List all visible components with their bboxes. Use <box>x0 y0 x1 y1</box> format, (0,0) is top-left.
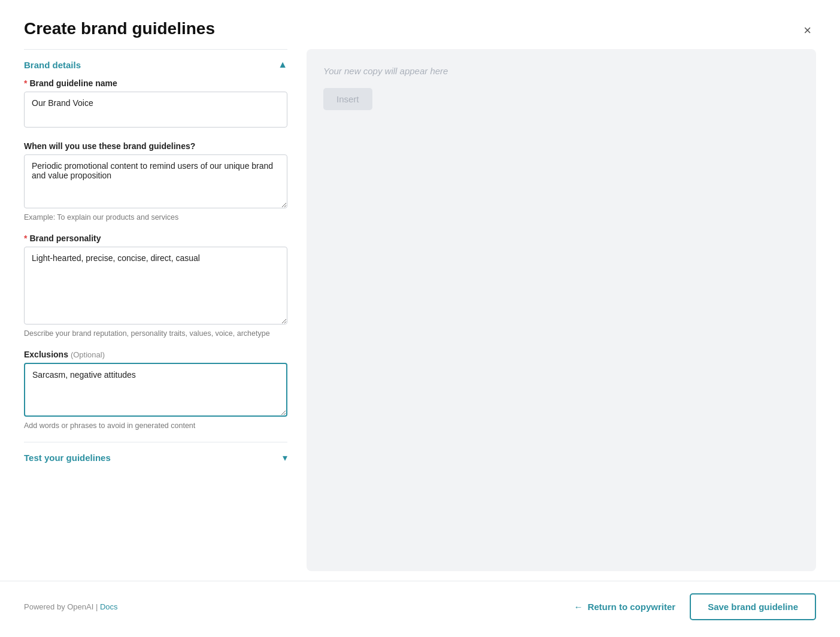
exclusions-hint: Add words or phrases to avoid in generat… <box>24 421 287 430</box>
docs-link[interactable]: Docs <box>100 602 118 611</box>
save-brand-guideline-button[interactable]: Save brand guideline <box>690 593 816 620</box>
close-button[interactable]: × <box>799 22 816 40</box>
brand-guideline-name-input[interactable] <box>24 92 287 128</box>
test-guidelines-section-header[interactable]: Test your guidelines ▾ <box>24 442 287 472</box>
right-panel: Your new copy will appear here Insert <box>307 49 816 571</box>
test-guidelines-chevron: ▾ <box>283 452 287 463</box>
brand-personality-group: * Brand personality Describe your brand … <box>24 233 287 338</box>
copy-placeholder-text: Your new copy will appear here <box>323 66 799 76</box>
personality-required-marker: * <box>24 233 27 243</box>
brand-personality-label: * Brand personality <box>24 233 287 243</box>
exclusions-optional-label: (Optional) <box>71 350 105 359</box>
when-use-label-text: When will you use these brand guidelines… <box>24 141 195 151</box>
exclusions-group: Exclusions (Optional) Add words or phras… <box>24 350 287 430</box>
brand-details-chevron: ▲ <box>278 59 287 70</box>
exclusions-label-text: Exclusions <box>24 350 68 359</box>
modal-body: Brand details ▲ * Brand guideline name W… <box>0 49 840 581</box>
return-arrow-icon: ← <box>574 602 583 612</box>
powered-by-text: Powered by OpenAI | <box>24 602 100 611</box>
footer-actions: ← Return to copywriter Save brand guidel… <box>574 593 816 620</box>
powered-by: Powered by OpenAI | Docs <box>24 602 118 611</box>
page-title: Create brand guidelines <box>24 19 215 38</box>
brand-guideline-name-group: * Brand guideline name <box>24 78 287 129</box>
modal-footer: Powered by OpenAI | Docs ← Return to cop… <box>0 581 840 637</box>
required-marker: * <box>24 78 27 88</box>
when-use-hint: Example: To explain our products and ser… <box>24 213 287 222</box>
brand-guideline-name-label: * Brand guideline name <box>24 78 287 88</box>
insert-button: Insert <box>323 88 372 110</box>
when-use-group: When will you use these brand guidelines… <box>24 141 287 222</box>
brand-personality-input[interactable] <box>24 247 287 324</box>
brand-details-label: Brand details <box>24 60 81 70</box>
exclusions-label: Exclusions (Optional) <box>24 350 287 359</box>
brand-personality-hint: Describe your brand reputation, personal… <box>24 329 287 338</box>
test-guidelines-label: Test your guidelines <box>24 453 111 463</box>
brand-personality-label-text: Brand personality <box>29 233 101 243</box>
return-to-copywriter-button[interactable]: ← Return to copywriter <box>574 602 675 612</box>
when-use-label: When will you use these brand guidelines… <box>24 141 287 151</box>
left-panel: Brand details ▲ * Brand guideline name W… <box>24 49 287 581</box>
brand-details-section-header[interactable]: Brand details ▲ <box>24 49 287 78</box>
modal-header: Create brand guidelines × <box>0 0 840 49</box>
return-label: Return to copywriter <box>587 602 675 612</box>
exclusions-input[interactable] <box>24 363 287 417</box>
modal: Create brand guidelines × Brand details … <box>0 0 840 637</box>
brand-guideline-name-label-text: Brand guideline name <box>29 78 117 88</box>
when-use-input[interactable] <box>24 154 287 208</box>
